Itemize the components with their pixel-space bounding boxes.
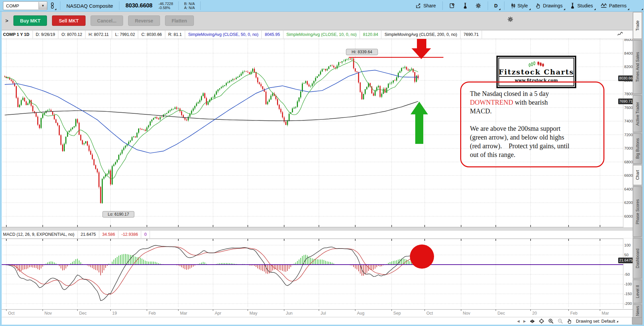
svg-text:Lo: 6190.17: Lo: 6190.17 <box>108 212 129 217</box>
red-down-arrow-drawing[interactable] <box>412 39 431 59</box>
macd-histogram <box>5 254 418 276</box>
annotation-line: (red arrow). Protect ytd gains, until <box>470 142 603 150</box>
corner-grip[interactable] <box>632 317 642 324</box>
chart-mode-icon[interactable] <box>617 31 623 39</box>
svg-text:21.6475: 21.6475 <box>619 258 633 262</box>
svg-text:7000: 7000 <box>624 146 633 150</box>
svg-text:-50: -50 <box>624 272 630 276</box>
sidebar-tab-trade[interactable]: Trade <box>633 12 642 39</box>
symbol-input[interactable]: COMP <box>3 3 39 8</box>
sidebar-tab-times-and-sales[interactable]: Times And Sales <box>633 40 642 94</box>
sma200-study-label[interactable]: SimpleMovingAvg (CLOSE, 200, 0, no) <box>381 31 461 39</box>
svg-text:50: 50 <box>624 253 629 257</box>
flatten-button[interactable]: Flatten <box>165 15 194 26</box>
expand-chevron-icon[interactable]: > <box>5 18 8 23</box>
sidebar-tab-big-buttons[interactable]: Big Buttons <box>633 133 642 164</box>
macd-diff-value: -12.9386 <box>118 231 141 238</box>
svg-text:7690.71: 7690.71 <box>619 99 633 103</box>
flask-icon <box>463 3 468 9</box>
macd-avg-value: 34.586 <box>99 231 118 238</box>
macd-panel <box>5 246 418 301</box>
sidebar-tab-chart[interactable]: Chart <box>633 165 642 185</box>
scroll-left-icon[interactable]: ◀ <box>517 319 520 323</box>
bar-open: O: 8070.12 <box>58 31 86 39</box>
studies-button[interactable]: Studies <box>566 0 597 11</box>
svg-text:-100: -100 <box>624 282 632 286</box>
svg-text:8400: 8400 <box>624 51 633 55</box>
candlestick-style-icon <box>511 3 516 9</box>
sma10-study-label[interactable]: SimpleMovingAvg (CLOSE, 10, 0, no) <box>283 31 360 39</box>
quick-study-button[interactable] <box>459 0 472 11</box>
chart-menu-button[interactable] <box>630 0 644 11</box>
sidebar-tab-active-trader[interactable]: Active Trader <box>633 95 642 132</box>
svg-text:7800: 7800 <box>624 92 633 96</box>
macd-value-badge: 21.6475 <box>618 258 634 263</box>
style-button[interactable]: Style <box>507 0 532 11</box>
macd-value: 21.6475 <box>78 231 99 238</box>
svg-text:-150: -150 <box>624 292 632 296</box>
sidebar-tab-phase-scores[interactable]: Phase Scores <box>633 186 642 237</box>
auto-scale-icon[interactable] <box>530 319 535 324</box>
link-icon[interactable] <box>47 0 57 11</box>
time-axis[interactable] <box>0 309 634 317</box>
gear-icon <box>475 3 481 9</box>
separator <box>60 1 60 10</box>
candlestick-series <box>4 57 419 204</box>
window-frame-bottom <box>0 325 644 326</box>
svg-text:100: 100 <box>624 243 631 247</box>
zoom-out-icon[interactable] <box>557 318 563 324</box>
cancel-button[interactable]: Cancel... <box>91 15 123 26</box>
symbol-description: NASDAQ Composite <box>66 3 113 9</box>
bid-ask: B: N/AA: N/A <box>184 2 195 10</box>
macd-study-label[interactable]: MACD (12, 26, 9, EXPONENTIAL, no) <box>0 231 78 238</box>
annotation-line: The Nasdaq closed in a 5 day <box>470 89 603 98</box>
sma10-study-value: 8120.84 <box>360 31 381 39</box>
sidebar-tab-dashboard[interactable]: Dashboard <box>633 238 642 278</box>
chart-describer-button[interactable] <box>445 0 459 11</box>
sidebar-tab-level-ii[interactable]: Level II <box>633 280 642 303</box>
svg-text:6000: 6000 <box>624 214 633 218</box>
timeframe-button[interactable]: D <box>491 0 501 11</box>
symbol-dropdown-button[interactable]: ▼ <box>39 2 47 9</box>
flask-icon <box>570 3 575 9</box>
separator <box>119 1 119 10</box>
sma50-study-label[interactable]: SimpleMovingAvg (CLOSE, 50, 0, no) <box>185 31 262 39</box>
share-button[interactable]: Share <box>412 0 439 11</box>
order-settings-gear-icon[interactable] <box>507 16 514 22</box>
drawing-set-selector[interactable]: Drawing set: Default <box>576 319 619 324</box>
chart-settings-button[interactable] <box>472 0 485 11</box>
green-up-arrow-drawing[interactable] <box>411 102 428 144</box>
zoom-in-icon[interactable] <box>548 318 554 324</box>
note-info-icon <box>449 3 455 9</box>
share-icon <box>415 3 421 9</box>
svg-text:8030.66: 8030.66 <box>619 76 633 80</box>
pattern-zigzag-icon <box>600 3 607 9</box>
annotation-line: MACD. <box>470 107 603 115</box>
scroll-right-icon[interactable]: ▶ <box>523 319 526 323</box>
sell-market-button[interactable]: Sell MKT <box>52 15 85 26</box>
annotation-text-drawing[interactable]: The Nasdaq closed in a 5 dayDOWNTREND wi… <box>460 82 604 167</box>
sma200-line <box>5 101 418 121</box>
patterns-button[interactable]: Patterns <box>597 0 630 11</box>
reverse-button[interactable]: Reverse <box>128 15 160 26</box>
annotation-line: We are above the 200sma support <box>470 124 603 133</box>
gadget-sidebar: TradeTimes And SalesActive TraderBig But… <box>633 11 643 325</box>
low-label-bubble: Lo: 6190.17 <box>103 211 134 217</box>
buy-market-button[interactable]: Buy MKT <box>13 15 47 26</box>
separator <box>178 1 179 10</box>
drawings-button[interactable]: Drawings <box>532 0 566 11</box>
sma50-line <box>5 70 418 153</box>
window-frame-left <box>0 11 2 326</box>
svg-text:6800: 6800 <box>624 160 633 164</box>
symbol-combobox[interactable]: COMP ▼ <box>3 1 47 10</box>
svg-text:8200: 8200 <box>624 65 633 69</box>
separator <box>200 1 201 10</box>
logo-candles-icon <box>528 61 544 68</box>
red-circle-drawing[interactable] <box>410 245 434 269</box>
bar-range: R: 81.1 <box>165 31 185 39</box>
annotation-line: DOWNTREND with bearish <box>470 98 603 107</box>
macd-line <box>5 246 418 301</box>
pan-hand-icon[interactable] <box>567 318 572 324</box>
annotation-line: (green arrow), and below old highs <box>470 133 603 142</box>
crosshair-icon[interactable] <box>539 318 544 324</box>
